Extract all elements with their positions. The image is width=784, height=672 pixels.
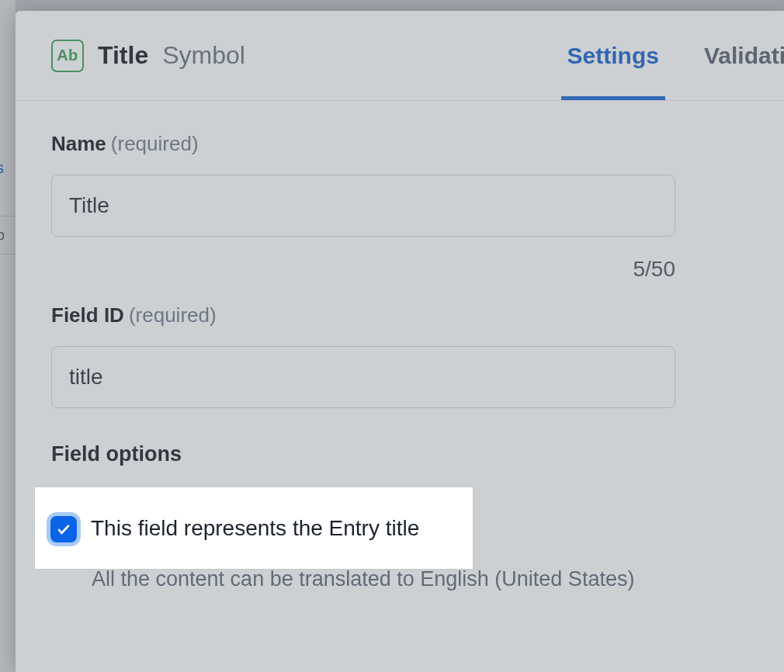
name-label: Name xyxy=(51,132,106,155)
name-char-count: 5/50 xyxy=(51,257,675,282)
tab-settings[interactable]: Settings xyxy=(561,11,665,100)
name-input[interactable] xyxy=(51,175,675,237)
field-options-heading: Field options xyxy=(51,442,756,466)
field-id-group: Field ID(required) xyxy=(51,303,756,408)
field-id-label: Field ID xyxy=(51,303,124,327)
tab-validations[interactable]: Validati xyxy=(698,11,784,100)
field-type-label: Symbol xyxy=(162,41,245,70)
check-icon xyxy=(56,521,71,537)
entry-title-checkbox[interactable] xyxy=(50,516,77,542)
localization-subtext: All the content can be translated to Eng… xyxy=(92,567,634,591)
modal-title: Title xyxy=(98,41,148,70)
modal-header: Ab Title Symbol Settings Validati xyxy=(16,11,784,101)
field-settings-modal: Ab Title Symbol Settings Validati Name(r… xyxy=(16,11,784,672)
name-field-group: Name(required) 5/50 xyxy=(51,132,756,282)
modal-tabs: Settings Validati xyxy=(561,11,784,100)
name-required-hint: (required) xyxy=(111,132,199,155)
text-field-type-icon: Ab xyxy=(51,40,84,72)
entry-title-checkbox-label: This field represents the Entry title xyxy=(91,516,419,541)
field-id-required-hint: (required) xyxy=(129,303,217,327)
field-id-input[interactable] xyxy=(51,346,675,408)
entry-title-highlight: This field represents the Entry title xyxy=(35,487,473,569)
